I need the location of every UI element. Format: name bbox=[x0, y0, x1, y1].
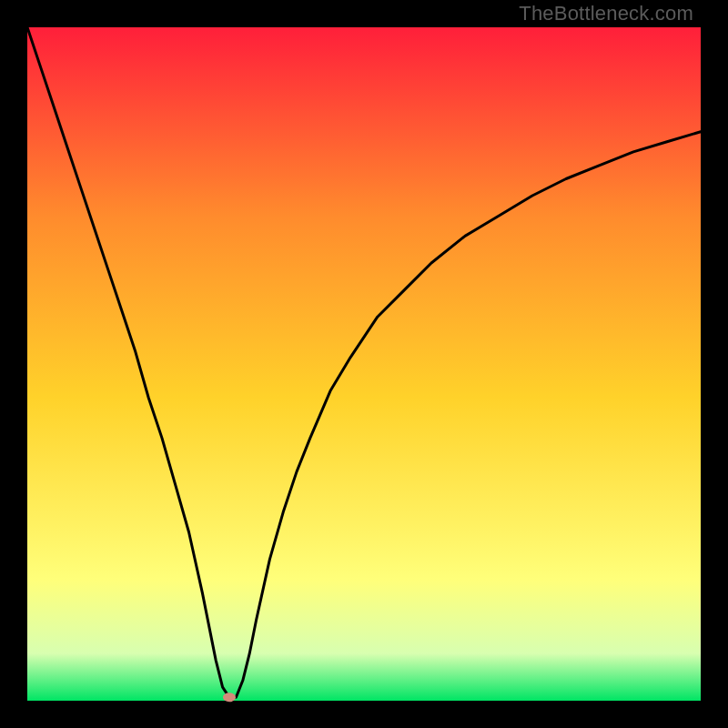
chart-container: { "watermark": "TheBottleneck.com", "col… bbox=[0, 0, 728, 728]
chart-svg bbox=[0, 0, 728, 728]
watermark-text: TheBottleneck.com bbox=[519, 2, 693, 25]
gradient-background bbox=[27, 27, 701, 701]
minimum-marker bbox=[223, 693, 236, 702]
